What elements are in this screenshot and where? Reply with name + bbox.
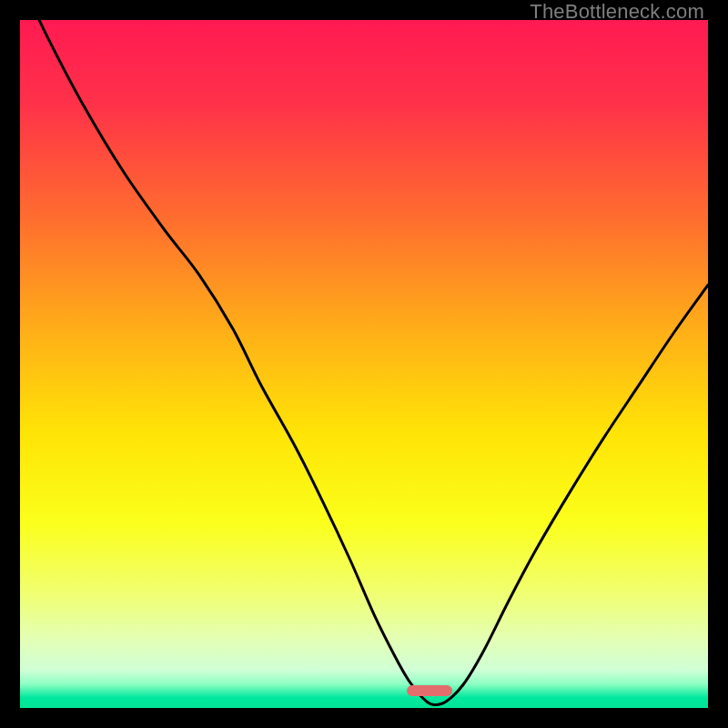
gradient-background (20, 20, 708, 708)
chart-svg (20, 20, 708, 708)
optimal-marker (407, 685, 452, 696)
chart-frame (20, 20, 708, 708)
watermark-text: TheBottleneck.com (530, 0, 704, 24)
